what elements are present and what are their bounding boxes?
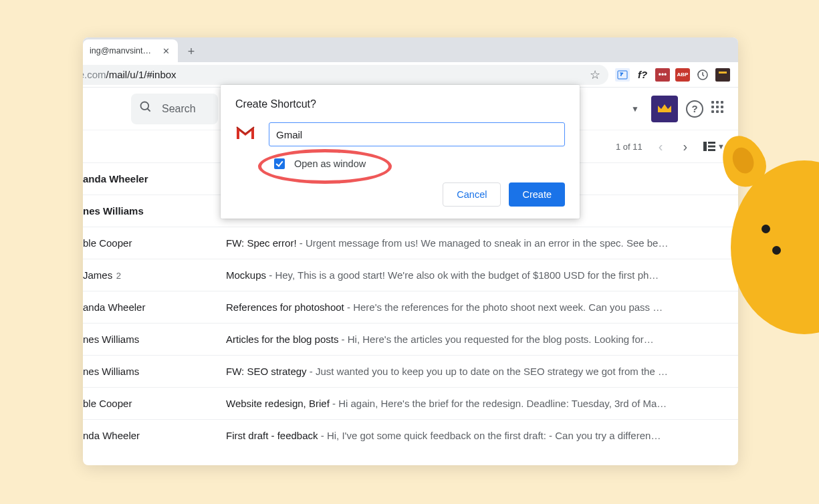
- cancel-button[interactable]: Cancel: [443, 182, 501, 207]
- email-line: Website redesign, Brief - Hi again, Here…: [226, 398, 730, 409]
- open-as-window-checkbox[interactable]: [274, 158, 285, 169]
- subject-separator: -: [297, 237, 306, 249]
- email-preview: Hi, Here's the articles you requested fo…: [348, 334, 654, 345]
- email-row[interactable]: nes WilliamsArticles for the blog posts …: [83, 323, 738, 355]
- shortcut-name-input[interactable]: [269, 122, 565, 146]
- svg-rect-5: [703, 142, 707, 151]
- help-button[interactable]: ?: [686, 100, 703, 118]
- translate-extension-icon[interactable]: [615, 68, 630, 82]
- email-subject: First draft - feedback: [226, 430, 318, 441]
- svg-rect-6: [708, 142, 715, 144]
- subject-separator: -: [344, 301, 353, 313]
- email-subject: Website redesign, Brief: [226, 398, 330, 409]
- open-as-window-label: Open as window: [294, 158, 366, 169]
- email-line: Mockups - Hey, This is a good start! We'…: [226, 269, 730, 281]
- email-sender: nes Williams: [83, 334, 226, 345]
- dialog-title: Create Shortcut?: [235, 98, 565, 110]
- create-shortcut-dialog: Create Shortcut? Open as window Cancel C…: [221, 85, 580, 219]
- email-subject: Mockups: [226, 269, 266, 281]
- email-subject: FW: SEO strategy: [226, 366, 307, 377]
- address-bar[interactable]: gle.com/mail/u/1/#inbox ☆: [83, 65, 608, 85]
- email-row[interactable]: James 2Mockups - Hey, This is a good sta…: [83, 259, 738, 291]
- url-path: /mail/u/1/#inbox: [106, 69, 177, 80]
- message-counter: 1 of 11: [616, 142, 642, 152]
- extensions-row: f? ••• ABP: [608, 68, 734, 82]
- email-sender: James 2: [83, 269, 226, 281]
- svg-rect-7: [708, 146, 715, 148]
- email-line: FW: SEO strategy - Just wanted you to ke…: [226, 366, 730, 377]
- lastpass-extension-icon[interactable]: •••: [655, 68, 670, 82]
- mascot-illustration: [725, 139, 819, 340]
- create-button[interactable]: Create: [509, 182, 565, 207]
- email-line: Articles for the blog posts - Hi, Here's…: [226, 334, 730, 345]
- apps-grid-icon[interactable]: [711, 101, 727, 117]
- email-preview: Hey, This is a good start! We're also ok…: [275, 269, 659, 281]
- email-subject: Articles for the blog posts: [226, 334, 338, 345]
- email-preview: Here's the references for the photo shoo…: [353, 301, 663, 313]
- tab-strip: ing@manvsint… ✕ +: [83, 37, 738, 62]
- account-dropdown-icon[interactable]: ▼: [627, 100, 643, 118]
- email-sender: nda Wheeler: [83, 430, 226, 441]
- email-sender: nes Williams: [83, 366, 226, 377]
- svg-rect-8: [708, 149, 715, 151]
- address-bar-row: gle.com/mail/u/1/#inbox ☆ f? ••• ABP: [83, 62, 738, 88]
- close-tab-icon[interactable]: ✕: [160, 46, 171, 56]
- subject-separator: -: [318, 430, 327, 441]
- svg-rect-3: [719, 72, 727, 74]
- search-icon: [139, 100, 152, 117]
- email-row[interactable]: nes WilliamsFW: SEO strategy - Just want…: [83, 355, 738, 387]
- email-line: References for photoshoot - Here's the r…: [226, 301, 730, 313]
- email-sender: nes Williams: [83, 205, 226, 217]
- email-subject: FW: Spec error!: [226, 237, 297, 249]
- browser-tab[interactable]: ing@manvsint… ✕: [83, 39, 178, 62]
- email-preview: Just wanted you to keep you up to date o…: [316, 366, 668, 377]
- subject-separator: -: [330, 398, 338, 409]
- subject-separator: -: [266, 269, 275, 281]
- email-preview: Hi, I've got some quick feedback on the …: [327, 430, 661, 441]
- email-row[interactable]: ble CooperFW: Spec error! - Urgent messa…: [83, 227, 738, 259]
- new-tab-button[interactable]: +: [182, 42, 201, 61]
- email-sender: ble Cooper: [83, 398, 226, 409]
- whatfont-extension-icon[interactable]: f?: [635, 68, 650, 82]
- search-placeholder: Search: [162, 103, 196, 115]
- timer-extension-icon[interactable]: [695, 68, 710, 82]
- crown-app-icon[interactable]: [651, 96, 678, 122]
- adblock-extension-icon[interactable]: ABP: [675, 68, 690, 82]
- email-preview: Urgent message from us! We managed to sn…: [306, 237, 669, 249]
- tab-title: ing@manvsint…: [90, 46, 160, 55]
- email-sender: anda Wheeler: [83, 301, 226, 313]
- url-host: gle.com: [83, 69, 106, 80]
- svg-point-4: [141, 102, 149, 110]
- svg-rect-2: [717, 69, 729, 81]
- email-sender: anda Wheeler: [83, 173, 226, 184]
- email-line: FW: Spec error! - Urgent message from us…: [226, 237, 730, 249]
- subject-separator: -: [338, 334, 347, 345]
- gmail-icon: [235, 126, 255, 143]
- email-line: First draft - feedback - Hi, I've got so…: [226, 430, 730, 441]
- email-sender: ble Cooper: [83, 237, 226, 249]
- email-subject: References for photoshoot: [226, 301, 344, 313]
- email-row[interactable]: anda WheelerReferences for photoshoot - …: [83, 291, 738, 323]
- email-row[interactable]: ble CooperWebsite redesign, Brief - Hi a…: [83, 387, 738, 419]
- subject-separator: -: [307, 366, 316, 377]
- email-preview: Hi again, Here's the brief for the redes…: [338, 398, 667, 409]
- search-input[interactable]: Search: [131, 94, 218, 124]
- misc-extension-icon[interactable]: [715, 68, 730, 82]
- display-density-button[interactable]: ▼: [703, 140, 725, 152]
- email-row[interactable]: nda WheelerFirst draft - feedback - Hi, …: [83, 419, 738, 451]
- svg-rect-0: [618, 71, 627, 79]
- next-page-button[interactable]: ›: [679, 138, 691, 156]
- bookmark-star-icon[interactable]: ☆: [590, 68, 600, 82]
- thread-count: 2: [114, 271, 121, 281]
- prev-page-button[interactable]: ‹: [655, 138, 667, 156]
